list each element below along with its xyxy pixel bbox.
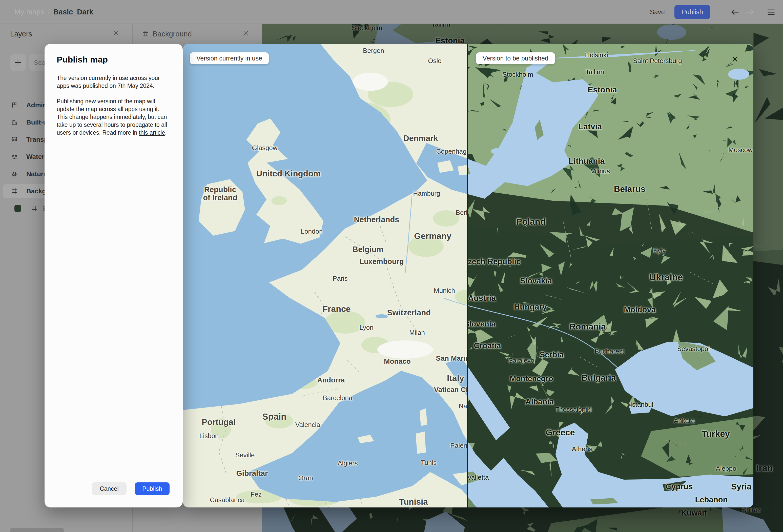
frame-icon bbox=[11, 188, 18, 194]
close-icon[interactable] bbox=[240, 28, 251, 39]
frame-icon bbox=[31, 205, 37, 211]
layer-color-swatch[interactable] bbox=[14, 205, 21, 212]
this-article-link[interactable]: this article bbox=[139, 129, 165, 136]
save-button[interactable]: Save bbox=[643, 5, 671, 20]
bus-icon bbox=[11, 136, 18, 143]
map-version-new[interactable]: StockholmHelsinkiSaint PetersburgTallinn… bbox=[468, 44, 753, 507]
compare-split-divider[interactable] bbox=[467, 44, 468, 507]
background-tab-header: Background bbox=[133, 24, 262, 44]
publish-button-toolbar[interactable]: Publish bbox=[675, 5, 710, 19]
close-icon[interactable] bbox=[110, 28, 122, 39]
publish-dialog: Publish map The version currently in use… bbox=[44, 44, 183, 507]
cancel-button[interactable]: Cancel bbox=[92, 482, 127, 495]
top-toolbar: My maps / Basic_Dark Save Publish bbox=[0, 0, 783, 24]
add-layer-button[interactable] bbox=[10, 54, 26, 71]
toolbar-divider bbox=[719, 4, 719, 20]
flag-icon bbox=[11, 102, 18, 108]
waves-icon bbox=[11, 153, 18, 160]
buildings-icon bbox=[11, 119, 18, 126]
background-tab-title: Background bbox=[153, 30, 192, 38]
frame-icon bbox=[143, 31, 149, 37]
dialog-title: Publish map bbox=[57, 55, 108, 65]
current-version-chip: Version currently in use bbox=[190, 52, 269, 64]
dialog-paragraph-1: The version currently in use across your… bbox=[57, 74, 179, 90]
new-version-chip: Version to be published bbox=[476, 52, 555, 64]
breadcrumb-map-name: Basic_Dark bbox=[53, 8, 93, 16]
breadcrumb-my-maps[interactable]: My maps bbox=[14, 8, 44, 16]
hamburger-menu-icon[interactable] bbox=[764, 5, 778, 20]
plus-icon bbox=[14, 59, 22, 66]
undo-arrow-icon[interactable] bbox=[728, 5, 743, 20]
publish-button-dialog[interactable]: Publish bbox=[135, 482, 169, 495]
redo-arrow-icon[interactable] bbox=[743, 5, 757, 20]
breadcrumb: My maps / Basic_Dark bbox=[14, 0, 93, 24]
layers-panel-header: Layers bbox=[0, 24, 132, 44]
map-control-pill[interactable] bbox=[10, 528, 64, 532]
layers-panel-title: Layers bbox=[10, 30, 32, 38]
trees-icon bbox=[11, 170, 18, 177]
dialog-paragraph-2: Publishing new version of the map will u… bbox=[57, 97, 179, 137]
version-compare-panel: BergenOsloGlasgowUnited KingdomRepublic … bbox=[183, 44, 753, 507]
map-version-current[interactable]: BergenOsloGlasgowUnited KingdomRepublic … bbox=[183, 44, 468, 507]
